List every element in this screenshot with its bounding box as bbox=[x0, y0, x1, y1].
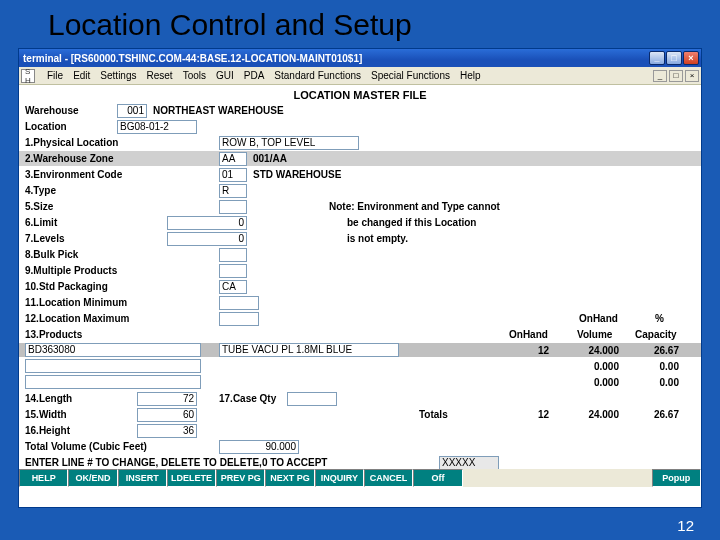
row2-capacity: 0.00 bbox=[639, 361, 679, 372]
loc-min-field[interactable] bbox=[219, 296, 259, 310]
mdi-restore[interactable]: □ bbox=[669, 70, 683, 82]
totals-onhand: 12 bbox=[509, 409, 549, 420]
product-volume: 24.000 bbox=[569, 345, 619, 356]
limit-field[interactable]: 0 bbox=[167, 216, 247, 230]
env-code-field[interactable]: 01 bbox=[219, 168, 247, 182]
bulk-pick-field[interactable] bbox=[219, 248, 247, 262]
btn-help[interactable]: HELP bbox=[19, 469, 68, 487]
menu-pda[interactable]: PDA bbox=[244, 70, 265, 81]
mdi-close[interactable]: × bbox=[685, 70, 699, 82]
size-field[interactable] bbox=[219, 200, 247, 214]
col-onhand: OnHand bbox=[509, 329, 548, 340]
row3-volume: 0.000 bbox=[569, 377, 619, 388]
lbl-height: 16.Height bbox=[25, 425, 70, 436]
env-desc: STD WAREHOUSE bbox=[253, 169, 341, 180]
product-row2-code[interactable] bbox=[25, 359, 201, 373]
note-line2: be changed if this Location bbox=[347, 217, 476, 228]
lbl-physical-location: 1.Physical Location bbox=[25, 137, 118, 148]
mdi-controls: _ □ × bbox=[653, 70, 699, 82]
note-line1: Note: Environment and Type cannot bbox=[329, 201, 500, 212]
row-zone-highlight bbox=[19, 151, 701, 166]
menu-tools[interactable]: Tools bbox=[183, 70, 206, 81]
physical-location-field[interactable]: ROW B, TOP LEVEL bbox=[219, 136, 359, 150]
lbl-length: 14.Length bbox=[25, 393, 72, 404]
location-label: Location bbox=[25, 121, 67, 132]
menu-settings[interactable]: Settings bbox=[100, 70, 136, 81]
totals-label: Totals bbox=[419, 409, 448, 420]
menu-gui[interactable]: GUI bbox=[216, 70, 234, 81]
levels-field[interactable]: 0 bbox=[167, 232, 247, 246]
btn-okend[interactable]: OK/END bbox=[68, 469, 117, 487]
menu-help[interactable]: Help bbox=[460, 70, 481, 81]
menu-reset[interactable]: Reset bbox=[147, 70, 173, 81]
form-area: LOCATION MASTER FILE Warehouse 001 NORTH… bbox=[19, 85, 701, 487]
lbl-levels: 7.Levels bbox=[25, 233, 64, 244]
lbl-limit: 6.Limit bbox=[25, 217, 57, 228]
btn-popup[interactable]: Popup bbox=[652, 469, 701, 487]
total-volume-label: Total Volume (Cubic Feet) bbox=[25, 441, 147, 452]
app-window: terminal - [RS60000.TSHINC.COM-44:BASE.1… bbox=[18, 48, 702, 508]
product-desc-field[interactable]: TUBE VACU PL 1.8ML BLUE bbox=[219, 343, 399, 357]
mdi-minimize[interactable]: _ bbox=[653, 70, 667, 82]
menu-special-functions[interactable]: Special Functions bbox=[371, 70, 450, 81]
menu-file[interactable]: File bbox=[47, 70, 63, 81]
std-packaging-field[interactable]: CA bbox=[219, 280, 247, 294]
slide-number: 12 bbox=[677, 517, 694, 534]
btn-ldelete[interactable]: LDELETE bbox=[167, 469, 216, 487]
lbl-size: 5.Size bbox=[25, 201, 53, 212]
maximize-button[interactable]: □ bbox=[666, 51, 682, 65]
fnbar-spacer bbox=[463, 469, 652, 487]
width-field[interactable]: 60 bbox=[137, 408, 197, 422]
height-field[interactable]: 36 bbox=[137, 424, 197, 438]
menu-standard-functions[interactable]: Standard Functions bbox=[274, 70, 361, 81]
total-volume-field: 90.000 bbox=[219, 440, 299, 454]
totals-volume: 24.000 bbox=[569, 409, 619, 420]
product-code-field[interactable]: BD363080 bbox=[25, 343, 201, 357]
lbl-products: 13.Products bbox=[25, 329, 82, 340]
col-pct: % bbox=[655, 313, 664, 324]
minimize-button[interactable]: _ bbox=[649, 51, 665, 65]
multiple-products-field[interactable] bbox=[219, 264, 247, 278]
product-capacity: 26.67 bbox=[639, 345, 679, 356]
window-controls: _ □ × bbox=[649, 51, 699, 65]
warehouse-code[interactable]: 001 bbox=[117, 104, 147, 118]
lbl-type: 4.Type bbox=[25, 185, 56, 196]
length-field[interactable]: 72 bbox=[137, 392, 197, 406]
slide-title: Location Control and Setup bbox=[0, 0, 720, 48]
menubar: SH File Edit Settings Reset Tools GUI PD… bbox=[19, 67, 701, 85]
form-title: LOCATION MASTER FILE bbox=[19, 85, 701, 101]
titlebar-text: terminal - [RS60000.TSHINC.COM-44:BASE.1… bbox=[23, 53, 649, 64]
btn-cancel[interactable]: CANCEL bbox=[364, 469, 413, 487]
lbl-warehouse-zone: 2.Warehouse Zone bbox=[25, 153, 114, 164]
lbl-bulk-pick: 8.Bulk Pick bbox=[25, 249, 78, 260]
btn-off[interactable]: Off bbox=[413, 469, 462, 487]
col-capacity: Capacity bbox=[635, 329, 677, 340]
btn-inquiry[interactable]: INQUIRY bbox=[315, 469, 364, 487]
function-bar: HELP OK/END INSERT LDELETE PREV PG NEXT … bbox=[19, 469, 701, 487]
col-onhand2: OnHand bbox=[579, 313, 618, 324]
type-field[interactable]: R bbox=[219, 184, 247, 198]
btn-prevpg[interactable]: PREV PG bbox=[216, 469, 265, 487]
lbl-env-code: 3.Environment Code bbox=[25, 169, 122, 180]
lbl-std-packaging: 10.Std Packaging bbox=[25, 281, 108, 292]
btn-nextpg[interactable]: NEXT PG bbox=[265, 469, 314, 487]
product-row3-code[interactable] bbox=[25, 375, 201, 389]
warehouse-label: Warehouse bbox=[25, 105, 79, 116]
product-onhand: 12 bbox=[509, 345, 549, 356]
close-button[interactable]: × bbox=[683, 51, 699, 65]
zone-code-field[interactable]: AA bbox=[219, 152, 247, 166]
warehouse-name: NORTHEAST WAREHOUSE bbox=[153, 105, 284, 116]
loc-max-field[interactable] bbox=[219, 312, 259, 326]
row2-volume: 0.000 bbox=[569, 361, 619, 372]
lbl-loc-min: 11.Location Minimum bbox=[25, 297, 127, 308]
location-field[interactable]: BG08-01-2 bbox=[117, 120, 197, 134]
zone-desc: 001/AA bbox=[253, 153, 287, 164]
app-icon: SH bbox=[21, 69, 35, 83]
menu-edit[interactable]: Edit bbox=[73, 70, 90, 81]
note-line3: is not empty. bbox=[347, 233, 408, 244]
prompt-input[interactable]: XXXXX bbox=[439, 456, 499, 470]
case-qty-field[interactable] bbox=[287, 392, 337, 406]
lbl-width: 15.Width bbox=[25, 409, 67, 420]
btn-insert[interactable]: INSERT bbox=[118, 469, 167, 487]
prompt-text: ENTER LINE # TO CHANGE, DELETE TO DELETE… bbox=[25, 457, 327, 468]
